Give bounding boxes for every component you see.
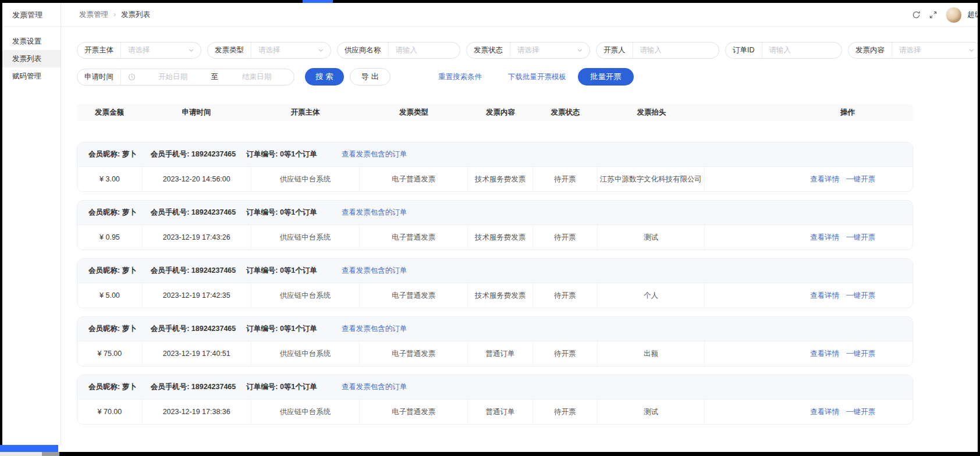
- order-number: 订单编号: 0等1个订单: [246, 324, 317, 334]
- view-detail-link[interactable]: 查看详情: [810, 174, 839, 184]
- view-detail-link[interactable]: 查看详情: [810, 349, 839, 359]
- view-included-orders-link[interactable]: 查看发票包含的订单: [342, 149, 407, 159]
- sidebar: 发票管理 发票设置发票列表赋码管理: [2, 3, 61, 445]
- col-amount: 发票金额: [77, 108, 142, 117]
- filter-label: 订单ID: [726, 45, 762, 55]
- cell-content: 普通订单: [468, 341, 533, 366]
- export-button[interactable]: 导 出: [350, 68, 390, 86]
- filter-order-id[interactable]: 订单ID请输入: [725, 42, 842, 59]
- filter-label: 开票人: [596, 45, 633, 55]
- topbar-right: 超级管理员: [912, 3, 978, 27]
- horizontal-scrollbar-handle[interactable]: [42, 452, 59, 456]
- batch-invoice-button[interactable]: 批量开票: [578, 68, 634, 86]
- window-top-accent: [303, 0, 333, 3]
- select-placeholder: 请选择: [121, 45, 186, 55]
- group-header: 会员昵称: 萝卜 会员手机号: 18924237465 订单编号: 0等1个订单…: [77, 317, 912, 341]
- cell-amount: ¥ 3.00: [77, 167, 143, 191]
- filter-label: 发票内容: [848, 45, 892, 55]
- select-placeholder: 请选择: [892, 45, 966, 55]
- cell-invoice-type: 电子普通发票: [360, 225, 468, 250]
- fullscreen-icon[interactable]: [929, 10, 938, 20]
- breadcrumb-current: 发票列表: [121, 10, 150, 20]
- cell-content: 技术服务费发票: [468, 283, 533, 308]
- search-button[interactable]: 搜 索: [305, 68, 344, 86]
- filter-issuer[interactable]: 开票人请输入: [596, 42, 719, 59]
- cell-content: 技术服务费发票: [468, 225, 533, 250]
- one-click-invoice-link[interactable]: 一键开票: [846, 291, 875, 301]
- filter-supplier-name[interactable]: 供应商名称请输入: [337, 42, 460, 59]
- refresh-icon[interactable]: [912, 10, 921, 20]
- cell-apply-time: 2023-12-19 17:42:35: [143, 283, 251, 308]
- cell-status: 待开票: [533, 400, 598, 424]
- filter-invoice-status[interactable]: 发票状态请选择: [466, 42, 590, 59]
- member-nickname: 会员昵称: 萝卜: [88, 382, 137, 392]
- end-date-input[interactable]: 结束日期: [219, 72, 294, 82]
- bottom-left-accent-bar: [0, 445, 58, 452]
- sidebar-item-invoice-settings[interactable]: 发票设置: [2, 33, 61, 50]
- one-click-invoice-link[interactable]: 一键开票: [846, 233, 875, 243]
- order-number: 订单编号: 0等1个订单: [246, 149, 317, 159]
- table-row: ¥ 70.002023-12-19 17:38:36供应链中台系统电子普通发票普…: [77, 400, 912, 424]
- cell-apply-time: 2023-12-19 17:43:26: [143, 225, 251, 250]
- invoice-group: 会员昵称: 萝卜 会员手机号: 18924237465 订单编号: 0等1个订单…: [77, 375, 913, 425]
- filter-invoice-subject[interactable]: 开票主体请选择: [77, 42, 201, 59]
- view-detail-link[interactable]: 查看详情: [810, 233, 839, 243]
- member-phone: 会员手机号: 18924237465: [151, 382, 236, 392]
- view-detail-link[interactable]: 查看详情: [810, 291, 839, 301]
- filter-label: 发票状态: [467, 45, 510, 55]
- view-detail-link[interactable]: 查看详情: [810, 407, 839, 417]
- cell-title: 出额: [598, 341, 705, 366]
- table-groups: 会员昵称: 萝卜 会员手机号: 18924237465 订单编号: 0等1个订单…: [77, 142, 913, 425]
- filter-invoice-type[interactable]: 发票类型请选择: [207, 42, 331, 59]
- download-batch-template-link[interactable]: 下载批量开票模板: [508, 72, 566, 82]
- topbar: 发票管理 › 发票列表 超级管理员: [61, 3, 978, 27]
- cell-invoice-type: 电子普通发票: [360, 341, 468, 366]
- chevron-down-icon: [577, 47, 583, 54]
- sidebar-item-invoice-list[interactable]: 发票列表: [2, 50, 61, 67]
- table-row: ¥ 0.952023-12-19 17:43:26供应链中台系统电子普通发票技术…: [77, 225, 912, 250]
- col-invoice-type: 发票类型: [360, 108, 468, 117]
- breadcrumb-root[interactable]: 发票管理: [79, 10, 108, 20]
- group-header: 会员昵称: 萝卜 会员手机号: 18924237465 订单编号: 0等1个订单…: [77, 142, 912, 167]
- cell-title: 江苏中源数字文化科技有限公司: [598, 167, 705, 191]
- cell-subject: 供应链中台系统: [251, 341, 360, 366]
- cell-content: 技术服务费发票: [468, 167, 533, 191]
- cell-invoice-type: 电子普通发票: [360, 167, 468, 191]
- view-included-orders-link[interactable]: 查看发票包含的订单: [342, 208, 407, 218]
- view-included-orders-link[interactable]: 查看发票包含的订单: [342, 266, 407, 276]
- filter-apply-time[interactable]: 申请时间 开始日期 至 结束日期: [77, 69, 294, 86]
- view-included-orders-link[interactable]: 查看发票包含的订单: [342, 382, 407, 392]
- col-operations: 操作: [705, 108, 913, 117]
- member-nickname: 会员昵称: 萝卜: [88, 208, 137, 218]
- filter-label: 开票主体: [77, 45, 120, 55]
- select-placeholder: 请选择: [251, 45, 315, 55]
- sidebar-item-code-management[interactable]: 赋码管理: [2, 67, 61, 85]
- member-nickname: 会员昵称: 萝卜: [88, 149, 137, 159]
- avatar[interactable]: [946, 7, 962, 23]
- table-row: ¥ 75.002023-12-19 17:40:51供应链中台系统电子普通发票普…: [77, 341, 912, 366]
- chevron-down-icon: [318, 47, 324, 54]
- cell-actions: 查看详情一键开票: [705, 400, 912, 424]
- horizontal-scrollbar-thumb[interactable]: [59, 452, 980, 456]
- cell-amount: ¥ 70.00: [77, 400, 143, 424]
- one-click-invoice-link[interactable]: 一键开票: [846, 349, 875, 359]
- one-click-invoice-link[interactable]: 一键开票: [846, 174, 875, 184]
- group-header: 会员昵称: 萝卜 会员手机号: 18924237465 订单编号: 0等1个订单…: [77, 259, 912, 283]
- filter-invoice-content[interactable]: 发票内容请选择: [848, 42, 978, 59]
- col-title: 发票抬头: [598, 108, 705, 117]
- sidebar-menu: 发票设置发票列表赋码管理: [2, 33, 61, 85]
- invoice-group: 会员昵称: 萝卜 会员手机号: 18924237465 订单编号: 0等1个订单…: [77, 200, 913, 250]
- cell-content: 普通订单: [468, 400, 533, 424]
- filter-row-1: 开票主体请选择发票类型请选择供应商名称请输入发票状态请选择开票人请输入订单ID请…: [77, 42, 978, 59]
- filter-row-2: 申请时间 开始日期 至 结束日期 搜 索 导 出 重置搜索条件 下载批量开票模板…: [77, 68, 978, 86]
- cell-status: 待开票: [533, 225, 598, 250]
- cell-actions: 查看详情一键开票: [705, 341, 912, 366]
- cell-subject: 供应链中台系统: [251, 400, 360, 424]
- cell-title: 测试: [598, 400, 705, 424]
- reset-search-link[interactable]: 重置搜索条件: [438, 72, 482, 82]
- input-placeholder: 请输入: [389, 45, 460, 55]
- start-date-input[interactable]: 开始日期: [136, 72, 210, 82]
- one-click-invoice-link[interactable]: 一键开票: [846, 407, 875, 417]
- view-included-orders-link[interactable]: 查看发票包含的订单: [342, 324, 407, 334]
- col-content: 发票内容: [468, 108, 533, 117]
